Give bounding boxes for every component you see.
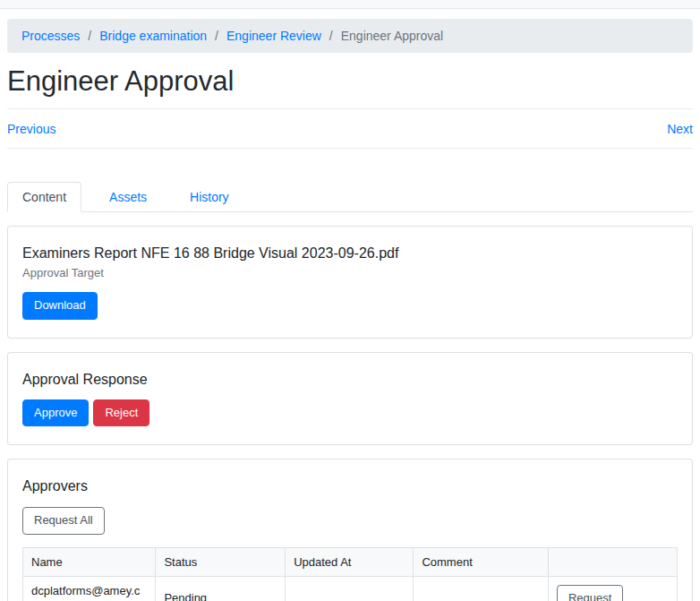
- tab-content[interactable]: Content: [7, 182, 81, 212]
- approval-response-card: Approval Response Approve Reject: [7, 352, 693, 445]
- tab-history[interactable]: History: [175, 182, 244, 212]
- approvers-card: Approvers Request All Name Status Update…: [7, 459, 693, 601]
- page-container: Processes / Bridge examination / Enginee…: [0, 19, 700, 601]
- approval-target-filename: Examiners Report NFE 16 88 Bridge Visual…: [22, 245, 678, 262]
- top-strip: [0, 0, 700, 9]
- approver-action-cell: Request: [548, 576, 677, 601]
- table-row: dcplatforms@amey.co.uk Pending Request: [23, 576, 678, 601]
- column-header-actions: [548, 547, 677, 576]
- tab-assets[interactable]: Assets: [94, 182, 162, 212]
- column-header-name: Name: [23, 547, 156, 576]
- approval-target-card: Examiners Report NFE 16 88 Bridge Visual…: [7, 226, 693, 338]
- approvers-title: Approvers: [22, 477, 678, 494]
- approval-response-title: Approval Response: [22, 371, 678, 388]
- request-button[interactable]: Request: [557, 585, 623, 601]
- column-header-comment: Comment: [414, 547, 549, 576]
- download-button[interactable]: Download: [22, 292, 98, 319]
- breadcrumb-separator: /: [207, 29, 226, 43]
- breadcrumb-link-processes[interactable]: Processes: [21, 29, 80, 43]
- reject-button[interactable]: Reject: [93, 399, 149, 426]
- breadcrumb-link-engineer-review[interactable]: Engineer Review: [226, 29, 321, 43]
- page-title: Engineer Approval: [7, 64, 693, 98]
- breadcrumb-link-bridge-examination[interactable]: Bridge examination: [99, 29, 207, 43]
- approve-button[interactable]: Approve: [22, 399, 89, 426]
- previous-link[interactable]: Previous: [7, 122, 55, 136]
- divider: [7, 148, 693, 149]
- column-header-updated-at: Updated At: [286, 547, 414, 576]
- approvers-table: Name Status Updated At Comment dcplatfor…: [22, 547, 678, 601]
- pager: Previous Next: [7, 109, 693, 148]
- column-header-status: Status: [156, 547, 286, 576]
- approver-updated-at-cell: [286, 576, 414, 601]
- breadcrumb-separator: /: [80, 29, 99, 43]
- breadcrumb: Processes / Bridge examination / Enginee…: [7, 19, 693, 53]
- approval-target-subtitle: Approval Target: [22, 266, 678, 279]
- next-link[interactable]: Next: [667, 122, 693, 136]
- tab-bar: Content Assets History: [7, 182, 693, 212]
- table-header-row: Name Status Updated At Comment: [23, 547, 678, 576]
- approver-comment-cell: [414, 576, 549, 601]
- approver-name-cell: dcplatforms@amey.co.uk: [23, 576, 156, 601]
- breadcrumb-current: Engineer Approval: [341, 29, 443, 43]
- breadcrumb-separator: /: [321, 29, 341, 43]
- request-all-button[interactable]: Request All: [22, 507, 105, 534]
- approver-status-cell: Pending: [156, 576, 286, 601]
- approval-response-actions: Approve Reject: [22, 399, 678, 426]
